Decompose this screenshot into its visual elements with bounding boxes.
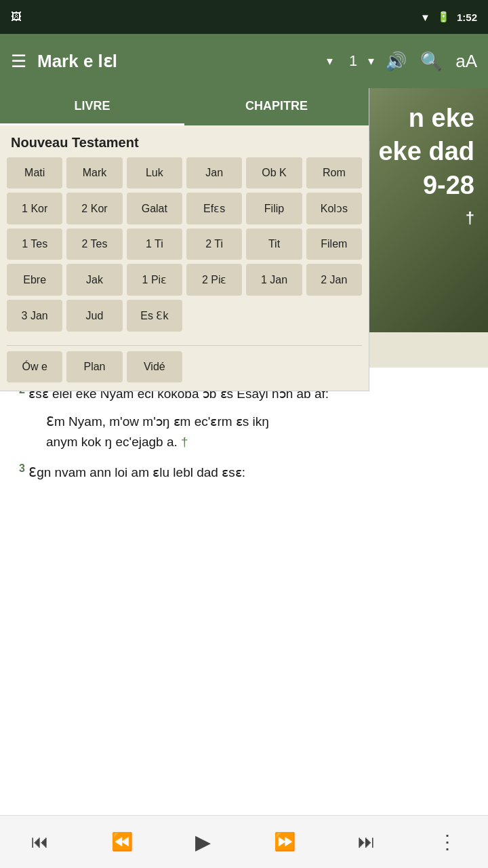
- chapter-number[interactable]: 1: [349, 52, 357, 70]
- book-button[interactable]: 2 Kor: [66, 193, 122, 224]
- quote-line2: anym kok ŋ ec'ejagb a.: [46, 435, 178, 449]
- tab-livre[interactable]: LIVRE: [0, 88, 184, 125]
- top-bar: ☰ Mark e lɛl ▾ 1 ▾ 🔊 🔍 aA: [0, 34, 488, 88]
- section-title: Nouveau Testament: [0, 125, 369, 157]
- book-button[interactable]: Jak: [66, 264, 122, 296]
- bottom-bar: ⏮ ⏪ ▶ ⏩ ⏭ ⋮: [0, 815, 488, 868]
- play-button[interactable]: ▶: [195, 830, 211, 854]
- font-size-icon[interactable]: aA: [455, 51, 477, 72]
- skip-back-button[interactable]: ⏮: [31, 831, 49, 852]
- book-button-extra[interactable]: Vidé: [127, 351, 182, 382]
- status-bar: 🖼 ▼ 🔋 1:52: [0, 0, 488, 34]
- extra-books-grid: Ów ePlanVidé: [0, 351, 369, 391]
- book-button[interactable]: 2 Jan: [306, 264, 362, 296]
- book-button-extra[interactable]: Ów e: [7, 351, 62, 382]
- book-selector-overlay: LIVRE CHAPITRE Nouveau Testament MatiMar…: [0, 88, 369, 391]
- status-right: ▼ 🔋 1:52: [420, 11, 477, 23]
- book-button[interactable]: Ob K: [246, 157, 302, 189]
- time: 1:52: [457, 12, 477, 23]
- bible-quote: Ɛm Nyam, m'ow m'ɔŋ ɛm ec'ɛrm ɛs ikŋ anym…: [46, 412, 469, 453]
- book-button[interactable]: Es Ɛk: [127, 300, 182, 332]
- more-options-button[interactable]: ⋮: [438, 831, 457, 853]
- divider: [7, 345, 362, 346]
- top-bar-icons: 🔊 🔍 aA: [385, 51, 477, 72]
- verse-3-text: Ɛgn nvam ann loi am ɛlu lebl dad ɛsɛ:: [28, 465, 245, 479]
- book-button[interactable]: Rom: [306, 157, 362, 189]
- book-button[interactable]: Kolɔs: [306, 193, 362, 224]
- book-button[interactable]: Jan: [186, 157, 242, 189]
- verse-num-3: 3: [19, 462, 25, 474]
- signal-icon: ▼: [420, 12, 430, 23]
- verse-3: 3 Ɛgn nvam ann loi am ɛlu lebl dad ɛsɛ:: [19, 460, 469, 484]
- book-button[interactable]: Tit: [246, 229, 302, 260]
- book-button[interactable]: Filem: [306, 229, 362, 260]
- menu-icon[interactable]: ☰: [11, 51, 26, 72]
- dagger-symbol: †: [181, 435, 188, 449]
- book-button[interactable]: Ebre: [7, 264, 62, 296]
- photo-icon: 🖼: [11, 11, 22, 23]
- status-left: 🖼: [11, 11, 22, 23]
- skip-forward-button[interactable]: ⏭: [358, 831, 375, 852]
- book-button[interactable]: Luk: [127, 157, 182, 189]
- overlay-tabs: LIVRE CHAPITRE: [0, 88, 369, 125]
- rewind-button[interactable]: ⏪: [111, 831, 133, 852]
- book-title[interactable]: Mark e lɛl: [37, 51, 316, 72]
- book-button-extra[interactable]: Plan: [66, 351, 122, 382]
- book-button[interactable]: Filip: [246, 193, 302, 224]
- forward-button[interactable]: ⏩: [274, 831, 296, 852]
- book-button[interactable]: Mark: [66, 157, 122, 189]
- book-button[interactable]: Galat: [127, 193, 182, 224]
- book-button[interactable]: 1 Tes: [7, 229, 62, 260]
- quote-line1: Ɛm Nyam, m'ow m'ɔŋ ɛm ec'ɛrm ɛs ikŋ: [46, 414, 269, 429]
- book-button[interactable]: Efɛs: [186, 193, 242, 224]
- search-icon[interactable]: 🔍: [420, 51, 442, 72]
- sound-icon[interactable]: 🔊: [385, 51, 407, 72]
- chapter-dropdown-icon[interactable]: ▾: [368, 54, 374, 68]
- book-button[interactable]: 1 Kor: [7, 193, 62, 224]
- book-button[interactable]: 2 Tes: [66, 229, 122, 260]
- book-button[interactable]: 1 Piɛ: [127, 264, 182, 296]
- tab-chapitre[interactable]: CHAPITRE: [184, 88, 369, 125]
- book-button[interactable]: 1 Ti: [127, 229, 182, 260]
- book-button[interactable]: 2 Ti: [186, 229, 242, 260]
- book-button[interactable]: Jud: [66, 300, 122, 332]
- book-button[interactable]: 2 Piɛ: [186, 264, 242, 296]
- book-button[interactable]: Mati: [7, 157, 62, 189]
- books-grid: MatiMarkLukJanOb KRom1 Kor2 KorGalatEfɛs…: [0, 157, 369, 340]
- image-overlay-text: n eke l eke dad 9-28 †: [364, 102, 474, 229]
- battery-icon: 🔋: [437, 11, 450, 23]
- title-dropdown-icon[interactable]: ▾: [327, 54, 333, 68]
- book-button[interactable]: 3 Jan: [7, 300, 62, 332]
- book-button[interactable]: 1 Jan: [246, 264, 302, 296]
